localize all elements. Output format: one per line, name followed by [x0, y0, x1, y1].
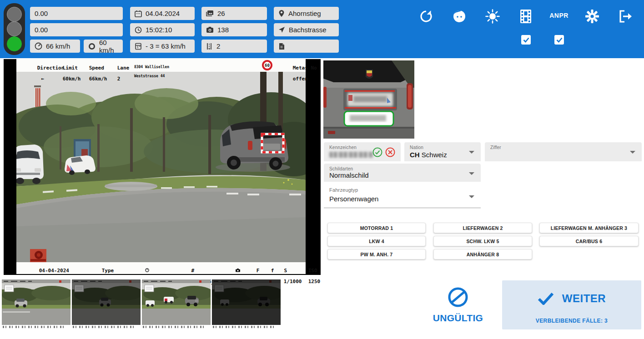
- metas-label: Metas No: [293, 65, 317, 71]
- ziffer-select[interactable]: Ziffer: [485, 142, 642, 161]
- tolerance-text: - 3 = 63 km/h: [146, 42, 186, 50]
- thumbnail-3-caption: [143, 326, 206, 328]
- location-text: Ahornstieg: [288, 10, 321, 17]
- schildarten-value: Normalschild: [329, 171, 475, 179]
- next-button[interactable]: WEITER VERBLEIBENDE FÄLLE: 3: [502, 280, 641, 329]
- type-label: Type: [102, 268, 114, 274]
- vehicle-type-button-lieferwagen-anhaenger[interactable]: LIEFERWAGEN M. ANHÄNGER 3: [539, 223, 639, 233]
- frame-count-field[interactable]: 26: [201, 7, 267, 20]
- street-text: Bachstrasse: [289, 26, 327, 34]
- kennzeichen-field[interactable]: Kennzeichen: [324, 142, 401, 161]
- plate-crop-image[interactable]: [323, 60, 414, 139]
- anpr-result-box: [344, 111, 393, 126]
- calculator-icon: [135, 43, 142, 50]
- photos-icon: [206, 10, 214, 17]
- value1-field[interactable]: 0.00: [30, 7, 123, 20]
- gear-icon: [585, 9, 599, 24]
- brightness-button[interactable]: [484, 8, 501, 25]
- photo-footer-strip: 04-04-2024 15:02:12 Type LMS-17 2.376s #…: [16, 262, 306, 274]
- vehicle-type-button-schw-lkw[interactable]: SCHW. LKW 5: [433, 236, 532, 246]
- nation-select[interactable]: Nation CH Schweiz: [404, 142, 481, 161]
- value1-text: 0.00: [35, 10, 48, 17]
- film-mode-button[interactable]: [518, 8, 534, 25]
- protocol-field[interactable]: [274, 40, 339, 53]
- limit-ring-icon: [88, 43, 96, 50]
- traffic-light-red: [7, 7, 22, 22]
- date-field[interactable]: 04.04.2024: [130, 7, 195, 20]
- metas-seal: [30, 249, 46, 262]
- anpr-label: ANPR: [545, 12, 573, 19]
- time-field[interactable]: 15:02:10: [130, 23, 195, 36]
- face-detection-button[interactable]: [451, 8, 468, 25]
- vehicle-type-button-motorrad[interactable]: MOTORRAD 1: [327, 223, 426, 233]
- photo-header-strip: Direction ← Limit 60km/h Speed 66km/h La…: [16, 59, 306, 72]
- invalid-button[interactable]: UNGÜLTIG: [424, 280, 492, 329]
- lane-field[interactable]: 2: [201, 40, 267, 53]
- ziffer-label: Ziffer: [490, 145, 636, 150]
- iso-value: 1250: [308, 279, 321, 284]
- thumbnail-4[interactable]: [212, 279, 281, 325]
- time-text: 15:02:10: [146, 26, 172, 34]
- location-pin-icon: [278, 10, 285, 17]
- frame-count-text: 26: [217, 10, 225, 17]
- schildarten-select[interactable]: Schildarten Normalschild: [324, 164, 481, 182]
- value2-field[interactable]: 0.00: [30, 23, 123, 36]
- thumbnail-2[interactable]: [72, 279, 141, 325]
- lane-text: 2: [216, 42, 220, 50]
- chevron-down-icon: [630, 151, 635, 154]
- nation-value: CH Schweiz: [410, 151, 475, 159]
- measured-speed-text: 66 km/h: [46, 42, 70, 50]
- date-text: 04.04.2024: [146, 10, 180, 17]
- vehicle-type-button-pw-anh[interactable]: PW M. ANH. 7: [327, 249, 426, 259]
- chevron-down-icon: [469, 172, 474, 175]
- measured-speed-field[interactable]: 66 km/h: [30, 40, 80, 53]
- camera-number-field[interactable]: 138: [201, 23, 267, 36]
- schildarten-label: Schildarten: [329, 166, 475, 171]
- photo-date: 04-04-2024: [39, 268, 69, 274]
- speed-limit-sign: 60: [262, 60, 272, 70]
- vehicle-type-button-lkw[interactable]: LKW 4: [327, 236, 426, 246]
- thumbnail-4-caption: [213, 326, 277, 328]
- shutter-label: S: [284, 268, 287, 274]
- thumbnail-1[interactable]: [2, 279, 70, 325]
- direction-arrow: ←: [41, 76, 45, 82]
- document-icon: [278, 43, 285, 50]
- fahrzeugtyp-label: Fahrzeugtyp: [329, 187, 475, 193]
- evidence-photo-panel[interactable]: Direction ← Limit 60km/h Speed 66km/h La…: [4, 59, 321, 275]
- vehicle-type-button-car-bus[interactable]: CAR/BUS 6: [539, 236, 639, 246]
- confirm-plate-icon[interactable]: [372, 147, 382, 157]
- top-toolbar: 0.00 0.00 66 km/h 60 km/h 04.04.2024 15:…: [0, 0, 644, 58]
- vehicle-type-button-anhaenger[interactable]: ANHÄNGER 8: [433, 249, 532, 259]
- calendar-icon: [135, 10, 142, 17]
- anpr-checkbox[interactable]: [554, 35, 564, 45]
- thumbnail-3[interactable]: [142, 279, 211, 325]
- speed-limit-text: 60 km/h: [99, 39, 118, 54]
- thumbnail-1-caption: [3, 326, 66, 328]
- tolerance-field[interactable]: - 3 = 63 km/h: [130, 40, 195, 53]
- refresh-button[interactable]: [418, 8, 434, 25]
- thumbnail-1-image: [2, 279, 70, 325]
- clock-icon: [135, 26, 142, 34]
- vehicle-type-button-lieferwagen[interactable]: LIEFERWAGEN 2: [433, 223, 532, 233]
- logout-button[interactable]: [617, 8, 634, 25]
- fahrzeugtyp-select[interactable]: Fahrzeugtyp Personenwagen: [324, 184, 481, 208]
- film-checkbox[interactable]: [521, 35, 531, 45]
- iso-label: ISO: [308, 268, 317, 274]
- address-line1: 8304 Wallisellen: [134, 65, 169, 69]
- speed-limit-field[interactable]: 60 km/h: [84, 40, 123, 53]
- nation-label: Nation: [410, 145, 475, 150]
- traffic-light-indicator[interactable]: [4, 3, 25, 55]
- brightness-icon: [485, 9, 500, 24]
- metas-value: offen: [293, 76, 308, 82]
- settings-button[interactable]: [584, 8, 600, 25]
- street-field[interactable]: Bachstrasse: [274, 23, 339, 36]
- traffic-light-green: [7, 36, 22, 51]
- check-icon: [538, 292, 554, 305]
- lane-icon: [206, 43, 213, 50]
- thumbnail-3-image: [142, 279, 211, 325]
- face-icon: [452, 9, 467, 24]
- chevron-down-icon: [469, 151, 474, 154]
- exposure-clock-icon: [145, 268, 149, 272]
- location-field[interactable]: Ahornstieg: [274, 7, 339, 20]
- reject-plate-icon[interactable]: [385, 147, 395, 157]
